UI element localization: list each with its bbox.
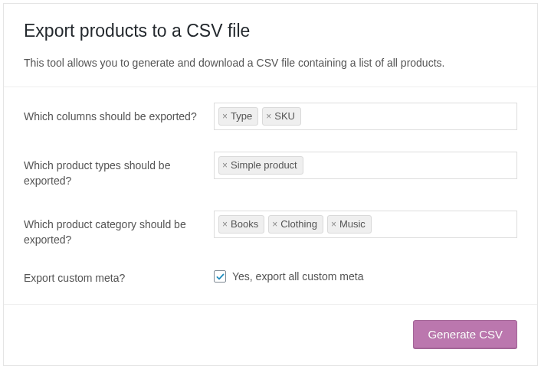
tag-label: Clothing (280, 217, 317, 231)
export-card: Export products to a CSV file This tool … (3, 3, 538, 366)
tag-simple-product[interactable]: × Simple product (218, 156, 303, 175)
label-meta: Export custom meta? (24, 269, 214, 286)
close-icon[interactable]: × (222, 220, 228, 229)
generate-csv-button[interactable]: Generate CSV (413, 320, 517, 348)
card-footer: Generate CSV (4, 305, 537, 365)
columns-input[interactable]: × Type × SKU (214, 103, 517, 130)
check-icon (215, 272, 225, 282)
tag-clothing[interactable]: × Clothing (268, 215, 323, 234)
row-categories: Which product category should be exporte… (24, 200, 517, 259)
close-icon[interactable]: × (272, 220, 277, 229)
card-header: Export products to a CSV file This tool … (4, 4, 537, 87)
label-categories: Which product category should be exporte… (24, 211, 214, 248)
tag-label: SKU (274, 109, 295, 123)
meta-checkbox-row[interactable]: Yes, export all custom meta (214, 269, 517, 283)
tag-sku[interactable]: × SKU (262, 107, 301, 126)
close-icon[interactable]: × (266, 112, 271, 121)
page-title: Export products to a CSV file (24, 21, 517, 41)
close-icon[interactable]: × (222, 161, 228, 170)
row-types: Which product types should be exported? … (24, 141, 517, 200)
label-types: Which product types should be exported? (24, 152, 214, 189)
row-columns: Which columns should be exported? × Type… (24, 92, 517, 141)
meta-checkbox[interactable] (214, 270, 226, 283)
tag-label: Books (231, 217, 258, 231)
page-description: This tool allows you to generate and dow… (24, 55, 517, 71)
categories-input[interactable]: × Books × Clothing × Music (214, 211, 517, 238)
close-icon[interactable]: × (331, 220, 336, 229)
meta-checkbox-label: Yes, export all custom meta (232, 270, 363, 283)
types-input[interactable]: × Simple product (214, 152, 517, 179)
export-form: Which columns should be exported? × Type… (4, 87, 537, 305)
tag-label: Simple product (231, 158, 297, 172)
tag-label: Music (339, 217, 366, 231)
tag-music[interactable]: × Music (327, 215, 372, 234)
tag-label: Type (231, 109, 252, 123)
close-icon[interactable]: × (222, 112, 228, 121)
label-columns: Which columns should be exported? (24, 103, 214, 124)
tag-type[interactable]: × Type (218, 107, 258, 126)
row-meta: Export custom meta? Yes, export all cust… (24, 258, 517, 296)
tag-books[interactable]: × Books (218, 215, 264, 234)
